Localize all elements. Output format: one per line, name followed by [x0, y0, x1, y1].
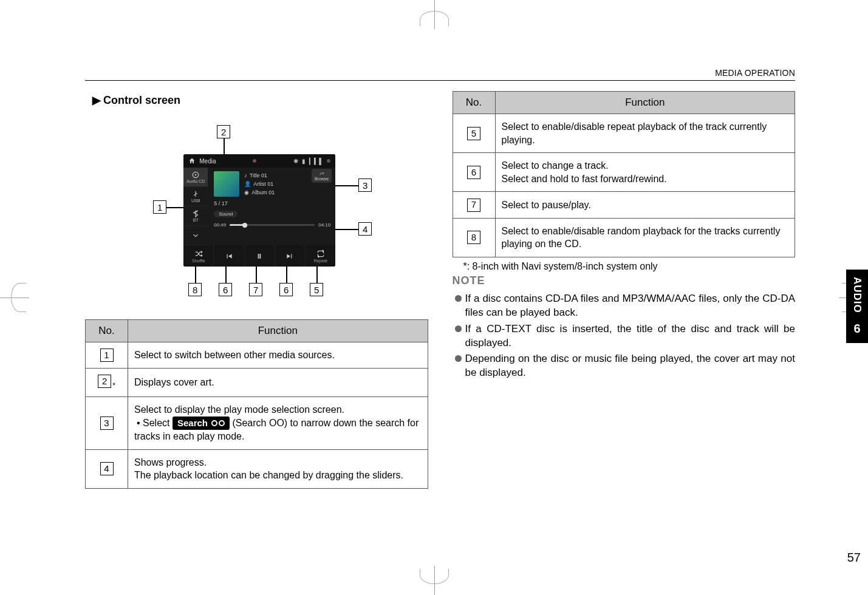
crop-mark-bottom [416, 566, 453, 595]
track-title: Title 01 [250, 171, 267, 180]
callout-6a: 6 [219, 283, 232, 296]
note-text: Depending on the disc or music file bein… [465, 352, 796, 380]
boxnum: 4 [100, 462, 114, 475]
note-list: If a disc contains CD-DA files and MP3/W… [455, 292, 796, 381]
time-elapsed: 00:49 [214, 222, 226, 228]
screenshot-topbar: Media ✱ ▮ ▎▍▌ [183, 154, 335, 168]
callout-line [286, 266, 287, 283]
time-total: 04:10 [318, 222, 330, 228]
track-index: 5 / 17 [214, 200, 330, 206]
note-item: Depending on the disc or music file bein… [455, 352, 796, 380]
callout-6b: 6 [279, 283, 293, 296]
th-no: No. [86, 320, 128, 342]
table-row: 3 Select to display the play mode select… [86, 397, 428, 449]
next-button[interactable] [275, 245, 306, 267]
table-row: 2* Displays cover art. [86, 369, 428, 397]
subheading-control-screen: ▶Control screen [92, 93, 428, 107]
note-icon: ♪ [244, 171, 247, 180]
row4-b: The playback location can be changed by … [134, 470, 403, 480]
callout-3: 3 [358, 178, 372, 192]
note-item: If a disc contains CD-DA files and MP3/W… [455, 292, 796, 320]
artist-icon: 👤 [244, 180, 251, 188]
fn-text: Select to enable/disable repeat playback… [495, 114, 795, 153]
bullet-icon [455, 325, 462, 332]
screenshot-main: ♪≡ Browse ♪Title 01 👤Artist 01 ◉Album 01… [208, 168, 335, 245]
shuffle-icon [194, 250, 203, 258]
sound-chip[interactable]: Sound [214, 211, 238, 217]
bluetooth-icon [191, 209, 200, 218]
browse-label: Browse [315, 177, 329, 181]
asterisk: * [112, 381, 115, 390]
fn-text: Shows progress. The playback location ca… [128, 449, 428, 488]
callout-line [195, 266, 196, 283]
row3-bullet: • Select [137, 418, 173, 428]
callout-4: 4 [358, 222, 372, 236]
source-bt[interactable]: BT [183, 206, 208, 226]
progress-bar[interactable] [230, 224, 315, 226]
table-row: 5 Select to enable/disable repeat playba… [453, 114, 795, 153]
source-usb[interactable]: USB [183, 187, 208, 206]
source-bar: Audio CD USB BT [183, 168, 208, 245]
crop-mark-left [0, 279, 29, 316]
control-bar: Shuffle Repeat [183, 245, 335, 267]
search-chip-label: Search [177, 417, 208, 429]
screenshot-title: Media [199, 158, 216, 165]
cover-art [214, 171, 239, 197]
table-row: 1 Select to switch between other media s… [86, 342, 428, 369]
track-album: Album 01 [251, 188, 275, 197]
row6-b: Select and hold to fast forward/rewind. [502, 174, 667, 184]
callout-line [334, 185, 358, 186]
th-fn: Function [495, 92, 795, 114]
side-tab: AUDIO 6 [846, 270, 868, 343]
boxnum: 5 [467, 127, 480, 140]
source-bt-label: BT [193, 218, 199, 222]
fn-text: Select to display the play mode selectio… [128, 397, 428, 449]
table-row: 7 Select to pause/play. [453, 192, 795, 218]
triangle-icon: ▶ [92, 93, 101, 107]
repeat-button[interactable]: Repeat [306, 245, 335, 267]
function-table-right: No. Function 5 Select to enable/disable … [453, 91, 796, 257]
callout-line [316, 266, 318, 283]
source-more[interactable] [183, 226, 208, 245]
browse-button[interactable]: ♪≡ Browse [312, 169, 332, 183]
prev-icon [225, 252, 233, 260]
left-column: ▶Control screen 2 1 3 4 8 6 [85, 91, 428, 559]
page-content: MEDIA OPERATION ▶Control screen 2 1 3 4 [85, 73, 795, 559]
progress-knob[interactable] [242, 223, 247, 228]
fn-text: Select to pause/play. [495, 192, 795, 218]
callout-line [256, 266, 257, 283]
th-no: No. [453, 92, 495, 114]
table-row: 8 Select to enable/disable random playba… [453, 218, 795, 257]
note-text: If a CD-TEXT disc is inserted, the title… [465, 322, 796, 350]
side-tab-chapter: 6 [853, 322, 860, 336]
track-artist: Artist 01 [253, 180, 273, 188]
callout-1: 1 [153, 200, 166, 214]
function-table-left: No. Function 1 Select to switch between … [85, 319, 428, 489]
prev-button[interactable] [214, 245, 244, 267]
pause-icon [255, 252, 264, 260]
chevron-down-icon [191, 231, 200, 240]
callout-line [166, 207, 185, 208]
source-audio-cd-label: Audio CD [186, 179, 205, 183]
cd-icon [191, 171, 200, 179]
callout-5: 5 [310, 283, 323, 296]
callout-line [225, 266, 227, 283]
header-section-title: MEDIA OPERATION [715, 68, 795, 78]
row3-pre: Select to display the play mode selectio… [134, 404, 344, 415]
diagram-wrapper: 2 1 3 4 8 6 7 6 5 [129, 125, 384, 301]
fn-text: Select to change a track. Select and hol… [495, 153, 795, 192]
header-rule [85, 80, 795, 81]
subheading-text: Control screen [103, 94, 180, 106]
table-row: 6 Select to change a track. Select and h… [453, 153, 795, 192]
callout-8: 8 [188, 283, 202, 296]
side-tab-label: AUDIO [851, 277, 863, 313]
shuffle-button[interactable]: Shuffle [183, 245, 214, 267]
callout-2: 2 [217, 125, 230, 138]
page-number: 57 [847, 551, 861, 565]
list-icon: ♪≡ [315, 171, 329, 176]
fn-text: Select to enable/disable random playback… [495, 218, 795, 257]
pause-button[interactable] [245, 245, 275, 267]
source-audio-cd[interactable]: Audio CD [183, 168, 208, 187]
next-icon [285, 252, 294, 260]
boxnum: 6 [467, 166, 480, 179]
